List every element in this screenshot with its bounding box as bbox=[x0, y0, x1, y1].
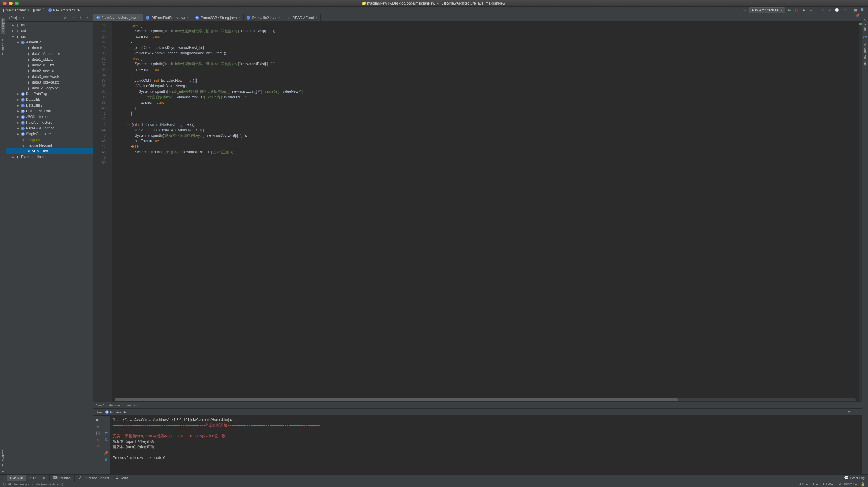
bottom-tab[interactable]: ▶4: Run bbox=[7, 475, 26, 481]
rail-favorites[interactable]: 2: Favorites bbox=[1, 450, 5, 467]
tree-node[interactable]: ▮data3_oldAce.txt bbox=[6, 80, 93, 85]
collapse-all-icon[interactable]: ⇥ bbox=[70, 15, 75, 21]
close-tab-icon[interactable]: × bbox=[278, 16, 280, 19]
tree-node[interactable]: ▮data2_iOS.txt bbox=[6, 62, 93, 68]
wrap-icon[interactable]: ⇄ bbox=[103, 430, 109, 436]
tree-node[interactable]: ▸CDataUtils bbox=[6, 97, 93, 103]
bottom-tab[interactable]: ⎇9: Version Control bbox=[75, 475, 113, 481]
up-icon[interactable]: ↑ bbox=[103, 417, 109, 423]
revert-icon[interactable]: ↶ bbox=[841, 7, 847, 13]
tree-node[interactable]: ▸▮out bbox=[6, 28, 93, 34]
menu-icon[interactable]: ▢ bbox=[0, 476, 7, 480]
tree-node[interactable]: ↓README.md bbox=[6, 148, 93, 154]
caret-position[interactable]: 41:14 bbox=[800, 482, 808, 486]
close-tab-icon[interactable]: × bbox=[138, 16, 140, 19]
tree-node[interactable]: ▾▮src bbox=[6, 34, 93, 39]
hide-icon[interactable]: ⇤ bbox=[854, 409, 860, 415]
project-view-title[interactable]: Project bbox=[10, 16, 22, 20]
lock-icon[interactable]: 🔒 bbox=[861, 482, 865, 486]
scroll-end-icon[interactable]: ⤓ bbox=[103, 443, 109, 449]
close-window-button[interactable] bbox=[3, 1, 7, 5]
rail-maven[interactable]: Maven Projects bbox=[864, 43, 867, 66]
tree-node[interactable]: ▮data3_newAce.txt bbox=[6, 74, 93, 80]
editor-breadcrumb[interactable]: NewArchitecture 〉 main() bbox=[93, 402, 862, 408]
code-editor[interactable]: } else { System.err.println("track_info外… bbox=[112, 22, 858, 402]
editor-tab[interactable]: CNewArchitecture.java× bbox=[93, 14, 143, 22]
print-icon[interactable]: 🖶 bbox=[103, 437, 109, 442]
file-encoding[interactable]: UTF-8≑ bbox=[822, 482, 834, 486]
trash-icon[interactable]: 🗑 bbox=[103, 457, 109, 462]
crumb-method[interactable]: main() bbox=[127, 403, 136, 407]
tree-node[interactable]: ▸CJSONdifferent bbox=[6, 114, 93, 120]
tree-node[interactable]: ▸CAssertKV bbox=[6, 39, 93, 45]
tree-node[interactable]: ▸CNewArchitecture bbox=[6, 120, 93, 125]
scroll-from-source-icon[interactable]: ⊙ bbox=[62, 15, 67, 21]
run-config-combo[interactable]: NewArchitecture bbox=[749, 7, 785, 13]
h-scrollbar[interactable] bbox=[115, 398, 856, 401]
editor-tab[interactable]: CDiffrentPlatForm.java× bbox=[143, 14, 192, 22]
crumb-file[interactable]: NewArchitecture bbox=[53, 8, 80, 12]
gear-icon[interactable]: ✲ bbox=[78, 15, 83, 21]
breadcrumb[interactable]: ▮ maidianNew 〉 ▮ src 〉 C NewArchitecture bbox=[2, 7, 80, 13]
bottom-tab[interactable]: ⌨Terminal bbox=[50, 475, 75, 481]
rail-project[interactable]: 1: Project bbox=[1, 18, 5, 34]
run-config-name[interactable]: NewArchitecture bbox=[110, 410, 134, 414]
close-tab-icon[interactable]: × bbox=[239, 16, 241, 19]
tree-node[interactable]: ▸CSingleCompare bbox=[6, 131, 93, 137]
console-output[interactable]: /Library/Java/JavaVirtualMachines/jdk1.8… bbox=[110, 416, 862, 474]
update-icon[interactable]: ↙ bbox=[820, 7, 825, 13]
marker-strip[interactable] bbox=[858, 22, 862, 402]
stop-button[interactable]: ■ bbox=[808, 7, 814, 13]
fold-strip[interactable] bbox=[108, 22, 112, 402]
hide-icon[interactable]: ⇤ bbox=[85, 15, 91, 21]
debug-button[interactable]: 🐞 bbox=[794, 7, 799, 13]
gear-icon[interactable]: ✲ bbox=[846, 409, 852, 415]
tree-node[interactable]: ▸▮lib bbox=[6, 22, 93, 28]
commit-icon[interactable]: ✓ bbox=[827, 7, 832, 13]
tree-node[interactable]: ▮.gitignore bbox=[6, 137, 93, 143]
search-icon[interactable]: 🔍 bbox=[860, 7, 866, 13]
stop-button[interactable]: ■ bbox=[95, 424, 100, 429]
tree-node[interactable]: ▮data.txt bbox=[6, 45, 93, 51]
down-icon[interactable]: ↓ bbox=[103, 424, 109, 429]
rail-structure[interactable]: 7: Structure bbox=[1, 39, 5, 56]
run-button[interactable]: ▶ bbox=[786, 7, 792, 13]
coverage-button[interactable]: ▶ bbox=[801, 7, 807, 13]
build-icon[interactable]: ⇊ bbox=[742, 7, 747, 13]
tree-node[interactable]: ▮data2_new.txt bbox=[6, 68, 93, 74]
tree-node[interactable]: ▮maidianNew.iml bbox=[6, 143, 93, 148]
dump-icon[interactable]: ⎋ bbox=[95, 437, 100, 442]
tree-node[interactable]: ▸▮External Libraries bbox=[6, 154, 93, 160]
tree-node[interactable]: ▮data1_Android.txt bbox=[6, 51, 93, 57]
structure-icon[interactable]: ▦ bbox=[853, 7, 858, 13]
rerun-button[interactable]: ▶ bbox=[95, 417, 100, 423]
gutter[interactable]: 2526272829303132333435363738394041424344… bbox=[93, 22, 108, 402]
rail-ant[interactable]: Ant Build bbox=[864, 18, 867, 31]
crumb-class[interactable]: NewArchitecture bbox=[96, 403, 120, 407]
bottom-tab[interactable]: ⚙Gerrit bbox=[113, 475, 131, 481]
event-log-button[interactable]: 💬Event Log bbox=[841, 475, 868, 481]
tree-node[interactable]: ▸CDiffrentPlatForm bbox=[6, 108, 93, 114]
minimize-window-button[interactable] bbox=[9, 1, 13, 5]
pin-icon[interactable]: 📌 bbox=[853, 14, 862, 22]
editor-tab[interactable]: CParse2GBKString.java× bbox=[192, 14, 244, 22]
editor-tab[interactable]: CDataUtils2.java× bbox=[244, 14, 283, 22]
close-icon[interactable]: ✕ bbox=[95, 443, 100, 449]
crumb-module[interactable]: maidianNew bbox=[6, 8, 26, 12]
clear-icon[interactable]: 📌 bbox=[103, 450, 109, 456]
tree-node[interactable]: ▮data_AI_copy.txt bbox=[6, 85, 93, 91]
history-icon[interactable]: 🕘 bbox=[834, 7, 840, 13]
close-tab-icon[interactable]: × bbox=[187, 16, 189, 19]
editor-tab[interactable]: ↓README.md× bbox=[283, 14, 321, 22]
close-tab-icon[interactable]: × bbox=[315, 16, 317, 19]
line-ending[interactable]: LF≑ bbox=[811, 482, 818, 486]
git-branch[interactable]: Git: master ≑ bbox=[837, 482, 857, 486]
tree-node[interactable]: ▮data1_old.txt bbox=[6, 57, 93, 62]
zoom-window-button[interactable] bbox=[15, 1, 19, 5]
tree-node[interactable]: ▸CParse2GBKString bbox=[6, 125, 93, 131]
project-tree[interactable]: ▸▮lib▸▮out▾▮src▸CAssertKV▮data.txt▮data1… bbox=[6, 22, 93, 474]
pause-icon[interactable]: ❚❚ bbox=[95, 430, 100, 436]
tree-node[interactable]: ▸CDataPathTag bbox=[6, 91, 93, 97]
tree-node[interactable]: ▸CDataUtils2 bbox=[6, 103, 93, 108]
bottom-tab[interactable]: ✓6: TODO bbox=[26, 475, 50, 481]
